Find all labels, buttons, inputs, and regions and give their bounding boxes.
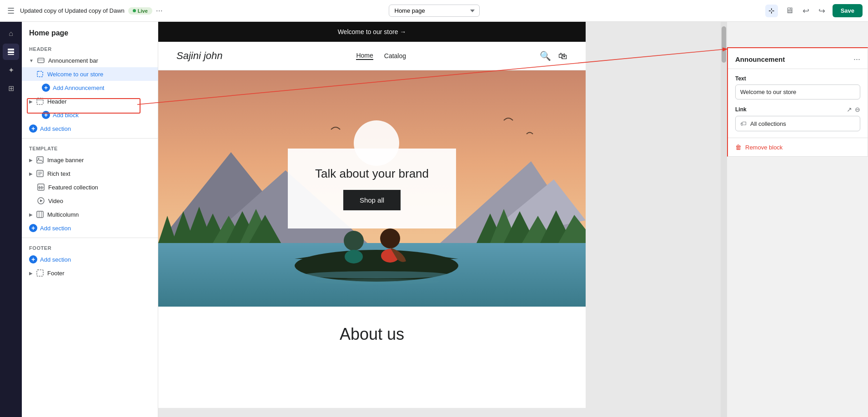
undo-button[interactable]: ↩ <box>801 4 811 18</box>
sidebar-item-multicolumn[interactable]: ▶ Multicolumn <box>22 208 158 221</box>
chevron-right-icon: ▶ <box>29 158 33 163</box>
sidebar-item-rich-text[interactable]: ▶ Rich text <box>22 167 158 180</box>
footer-label: Footer <box>47 270 65 277</box>
sidebar-item-footer[interactable]: ▶ Footer <box>22 266 158 280</box>
add-announcement-button[interactable]: + Add Announcement <box>22 81 158 94</box>
sidebar-item-featured-collection[interactable]: Featured collection <box>22 180 158 194</box>
sidebar-item-announcement-bar[interactable]: ▼ Announcement bar <box>22 54 158 67</box>
page-selector[interactable]: Home page Catalog About Contact <box>389 5 480 17</box>
video-icon <box>37 197 45 204</box>
link-field-label: Link ↗ ⊖ <box>735 106 860 113</box>
svg-rect-2 <box>8 54 14 55</box>
shop-all-button[interactable]: Shop all <box>343 190 401 210</box>
topbar: ☰ Updated copy of Updated copy of Dawn L… <box>0 0 868 22</box>
topbar-center: Home page Catalog About Contact <box>293 5 576 17</box>
collection-link-icon: 🏷 <box>740 120 747 127</box>
header-icon <box>36 98 44 105</box>
svg-rect-17 <box>37 211 43 218</box>
desktop-view-button[interactable]: 🖥 <box>783 4 795 17</box>
rail-grid-icon[interactable]: ⊞ <box>3 80 19 96</box>
canvas-frame: Welcome to our store → Sajini john Home … <box>158 22 586 408</box>
featured-collection-label: Featured collection <box>48 184 98 191</box>
add-announcement-label: Add Announcement <box>53 84 104 91</box>
right-panel-more-button[interactable]: ··· <box>853 55 860 64</box>
footer-section-label: FOOTER <box>22 241 158 253</box>
chevron-down-icon: ▼ <box>29 58 34 63</box>
svg-point-45 <box>380 228 400 248</box>
canvas-and-right: Welcome to our store → Sajini john Home … <box>158 22 868 417</box>
store-header: Sajini john Home Catalog 🔍 🛍 <box>158 42 586 70</box>
add-section-header-label: Add section <box>40 125 71 132</box>
header-section-label: HEADER <box>22 42 158 54</box>
svg-point-9 <box>38 158 40 159</box>
nav-catalog[interactable]: Catalog <box>384 52 406 60</box>
right-panel-title: Announcement <box>735 55 785 63</box>
add-block-button[interactable]: + Add block <box>22 108 158 122</box>
sidebar-item-video[interactable]: Video <box>22 194 158 208</box>
text-field-label: Text <box>735 75 860 82</box>
welcome-store-label: Welcome to our store <box>47 71 103 78</box>
multicolumn-label: Multicolumn <box>47 211 79 218</box>
page-title-topbar: Updated copy of Updated copy of Dawn <box>20 7 125 14</box>
svg-rect-20 <box>37 270 43 276</box>
topbar-right: ⊹ 🖥 ↩ ↪ Save <box>580 4 863 18</box>
svg-point-47 <box>304 271 449 278</box>
store-nav: Home Catalog <box>356 52 406 60</box>
canvas-area: Welcome to our store → Sajini john Home … <box>158 22 727 417</box>
rail-home-icon[interactable]: ⌂ <box>3 25 19 42</box>
add-section-footer-button[interactable]: + Add section <box>22 253 158 266</box>
announcement-bar-label: Announcement bar <box>48 57 98 64</box>
sidebar-item-header[interactable]: ▶ Header <box>22 94 158 108</box>
add-section-template-label: Add section <box>40 225 71 232</box>
sidebar-title: Home page <box>22 22 158 42</box>
hero-card-title: Talk about your brand <box>315 167 429 181</box>
announcement-bar: Welcome to our store → <box>158 22 586 42</box>
main-layout: ⌂ ✦ ⊞ Home page HEADER ▼ Announcement ba… <box>0 22 868 417</box>
add-block-label: Add block <box>53 112 79 119</box>
link-icons: ↗ ⊖ <box>847 106 860 113</box>
footer-icon <box>36 269 44 277</box>
nav-home[interactable]: Home <box>356 52 373 60</box>
plus-circle-icon: + <box>29 255 37 263</box>
rich-text-label: Rich text <box>47 170 70 177</box>
unlink-button[interactable]: ⊖ <box>855 106 860 113</box>
link-label-text: Link <box>735 106 747 113</box>
link-value: All collections <box>750 120 786 127</box>
collection-icon <box>37 184 45 191</box>
add-section-template-button[interactable]: + Add section <box>22 221 158 235</box>
add-section-header-button[interactable]: + Add section <box>22 122 158 135</box>
template-section-label: TEMPLATE <box>22 141 158 153</box>
external-link-button[interactable]: ↗ <box>847 106 852 113</box>
search-icon[interactable]: 🔍 <box>540 50 551 61</box>
svg-rect-1 <box>8 51 14 53</box>
topbar-more-button[interactable]: ··· <box>156 6 163 15</box>
sidebar-item-image-banner[interactable]: ▶ Image banner <box>22 153 158 167</box>
cursor-mode-icon[interactable]: ⊹ <box>765 5 778 17</box>
live-label: Live <box>138 8 148 14</box>
live-dot-icon <box>133 9 136 12</box>
sidebar-toggle-button[interactable]: ☰ <box>5 4 16 18</box>
divider <box>22 138 158 139</box>
store-name: Sajini john <box>176 50 223 62</box>
store-icons: 🔍 🛍 <box>540 50 567 61</box>
svg-rect-8 <box>37 157 43 163</box>
save-button[interactable]: Save <box>833 4 863 17</box>
link-field[interactable]: 🏷 All collections <box>735 116 860 131</box>
right-panel: Announcement ··· Text Link ↗ ⊖ 🏷 <box>727 47 868 157</box>
announcement-bar-icon <box>37 57 45 64</box>
redo-button[interactable]: ↪ <box>817 4 827 18</box>
remove-block-label[interactable]: Remove block <box>745 144 783 151</box>
plus-circle-icon: + <box>29 124 37 133</box>
text-input[interactable] <box>735 84 860 99</box>
image-banner-icon <box>36 156 44 164</box>
cart-icon[interactable]: 🛍 <box>558 51 567 61</box>
svg-rect-3 <box>38 58 44 63</box>
rail-apps-icon[interactable]: ✦ <box>3 62 19 78</box>
plus-circle-icon: + <box>29 224 37 232</box>
svg-marker-16 <box>40 199 43 202</box>
sidebar-item-welcome-to-store[interactable]: Welcome to our store <box>22 67 158 81</box>
rich-text-icon <box>36 170 44 177</box>
rail-sections-icon[interactable] <box>3 44 19 60</box>
right-panel-footer[interactable]: 🗑 Remove block <box>728 138 868 156</box>
topbar-left: ☰ Updated copy of Updated copy of Dawn L… <box>5 4 288 18</box>
